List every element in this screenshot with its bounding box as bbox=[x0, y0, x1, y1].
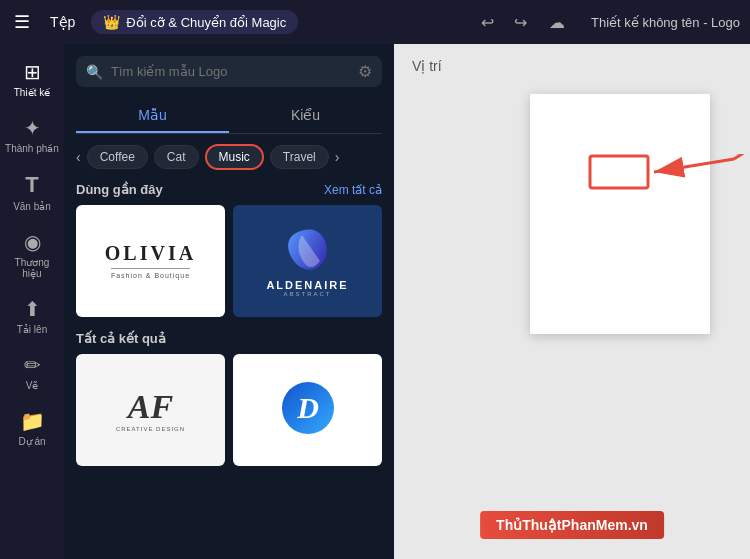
all-results-title: Tất cả kết quả bbox=[76, 331, 166, 346]
hamburger-menu[interactable]: ☰ bbox=[10, 7, 34, 37]
cloud-upload-button[interactable]: ☁ bbox=[541, 11, 573, 34]
svg-line-5 bbox=[734, 154, 750, 159]
af-logo: AF CREATIVE DESIGN bbox=[116, 388, 185, 432]
sidebar-item-label: Vẽ bbox=[26, 380, 39, 391]
position-label: Vị trí bbox=[412, 58, 442, 74]
aldenaire-sub: ABSTRACT bbox=[266, 291, 348, 297]
toolbar-nav: ↩ ↪ bbox=[475, 11, 533, 34]
d-logo: D bbox=[280, 380, 336, 440]
tag-cat[interactable]: Cat bbox=[154, 145, 199, 169]
see-all-button[interactable]: Xem tất cả bbox=[324, 183, 382, 197]
tag-coffee[interactable]: Coffee bbox=[87, 145, 148, 169]
search-icon: 🔍 bbox=[86, 64, 103, 80]
sidebar-item-label: Thành phần bbox=[5, 143, 59, 154]
logo-card-aldenaire[interactable]: ALDENAIRE ABSTRACT bbox=[233, 205, 382, 317]
design-icon: ⊞ bbox=[24, 60, 41, 84]
filter-icon[interactable]: ⚙ bbox=[358, 62, 372, 81]
recent-section-header: Dùng gần đây Xem tất cả bbox=[76, 182, 382, 197]
all-results-section-header: Tất cả kết quả bbox=[76, 331, 382, 346]
sidebar-item-thanh-phan[interactable]: ✦ Thành phần bbox=[0, 108, 64, 162]
tag-music[interactable]: Music bbox=[205, 144, 264, 170]
af-creative: CREATIVE DESIGN bbox=[116, 426, 185, 432]
category-tags: ‹ Coffee Cat Music Travel › bbox=[76, 144, 382, 170]
sidebar-item-label: Thương hiệu bbox=[4, 257, 60, 279]
file-menu-button[interactable]: Tệp bbox=[42, 10, 83, 34]
redo-button[interactable]: ↪ bbox=[508, 11, 533, 34]
watermark: ThủThuậtPhanMem.vn bbox=[480, 511, 664, 539]
search-input[interactable] bbox=[111, 64, 350, 79]
main-layout: ⊞ Thiết kế ✦ Thành phần T Văn bản ◉ Thươ… bbox=[0, 44, 750, 559]
document-title: Thiết kế không tên - Logo bbox=[591, 15, 740, 30]
canvas-page bbox=[530, 94, 710, 334]
draw-icon: ✏ bbox=[24, 353, 41, 377]
aldenaire-symbol bbox=[282, 225, 332, 275]
magic-resize-button[interactable]: 👑 Đổi cỡ & Chuyển đổi Magic bbox=[91, 10, 298, 34]
tags-right-arrow[interactable]: › bbox=[335, 149, 340, 165]
top-toolbar: ☰ Tệp 👑 Đổi cỡ & Chuyển đổi Magic ↩ ↪ ☁ … bbox=[0, 0, 750, 44]
crown-icon: 👑 bbox=[103, 14, 120, 30]
aldenaire-name: ALDENAIRE bbox=[266, 279, 348, 291]
sidebar-item-label: Thiết kế bbox=[14, 87, 50, 98]
brand-icon: ◉ bbox=[24, 230, 41, 254]
tab-kieu[interactable]: Kiểu bbox=[229, 99, 382, 133]
tab-mau[interactable]: Mẫu bbox=[76, 99, 229, 133]
aldenaire-logo: ALDENAIRE ABSTRACT bbox=[266, 225, 348, 297]
sidebar-item-ve[interactable]: ✏ Vẽ bbox=[0, 345, 64, 399]
logo-card-d[interactable]: D bbox=[233, 354, 382, 466]
olivia-name: OLIVIA bbox=[105, 242, 196, 265]
sidebar-item-du-an[interactable]: 📁 Dự án bbox=[0, 401, 64, 455]
text-icon: T bbox=[25, 172, 38, 198]
search-bar: 🔍 ⚙ bbox=[76, 56, 382, 87]
olivia-logo: OLIVIA Fashion & Boutique bbox=[105, 242, 196, 279]
sidebar-item-van-ban[interactable]: T Văn bản bbox=[0, 164, 64, 220]
sidebar-item-thiet-ke[interactable]: ⊞ Thiết kế bbox=[0, 52, 64, 106]
olivia-tagline: Fashion & Boutique bbox=[105, 272, 196, 279]
recent-logo-grid: OLIVIA Fashion & Boutique bbox=[76, 205, 382, 317]
recent-title: Dùng gần đây bbox=[76, 182, 163, 197]
sidebar-item-label: Tải lên bbox=[17, 324, 47, 335]
all-results-logo-grid: AF CREATIVE DESIGN D bbox=[76, 354, 382, 466]
sidebar-item-label: Văn bản bbox=[13, 201, 51, 212]
logo-card-af[interactable]: AF CREATIVE DESIGN bbox=[76, 354, 225, 466]
template-tabs: Mẫu Kiểu bbox=[76, 99, 382, 134]
canvas-area[interactable]: Vị trí ThủThuậtPhanMem.vn bbox=[394, 44, 750, 559]
templates-panel: 🔍 ⚙ Mẫu Kiểu ‹ Coffee Cat Music Travel ›… bbox=[64, 44, 394, 559]
tag-travel[interactable]: Travel bbox=[270, 145, 329, 169]
svg-text:D: D bbox=[296, 391, 319, 424]
logo-card-olivia[interactable]: OLIVIA Fashion & Boutique bbox=[76, 205, 225, 317]
elements-icon: ✦ bbox=[24, 116, 41, 140]
project-icon: 📁 bbox=[20, 409, 45, 433]
sidebar-item-thuong-hieu[interactable]: ◉ Thương hiệu bbox=[0, 222, 64, 287]
left-nav: ⊞ Thiết kế ✦ Thành phần T Văn bản ◉ Thươ… bbox=[0, 44, 64, 559]
sidebar-item-label: Dự án bbox=[18, 436, 45, 447]
upload-icon: ⬆ bbox=[24, 297, 41, 321]
d-symbol: D bbox=[280, 380, 336, 436]
magic-label: Đổi cỡ & Chuyển đổi Magic bbox=[126, 15, 286, 30]
tags-left-arrow[interactable]: ‹ bbox=[76, 149, 81, 165]
undo-button[interactable]: ↩ bbox=[475, 11, 500, 34]
af-letters: AF bbox=[116, 388, 185, 426]
sidebar-item-tai-len[interactable]: ⬆ Tải lên bbox=[0, 289, 64, 343]
